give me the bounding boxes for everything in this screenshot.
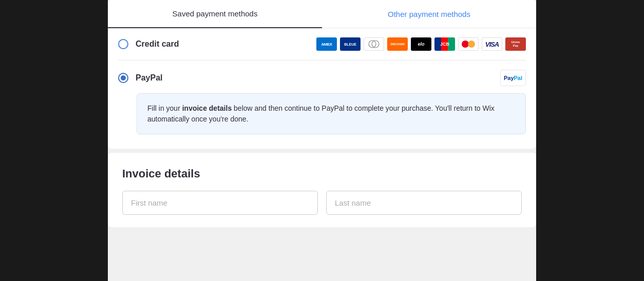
- tab-saved-label: Saved payment methods: [173, 9, 258, 18]
- card-icons-row: AMEX BLEUE DISCOVER elo: [316, 37, 526, 51]
- credit-card-label: Credit card: [136, 39, 316, 49]
- paypal-option[interactable]: PayPal PayPal Fill in your invoice detai…: [118, 61, 526, 149]
- jcb-icon: JCB: [434, 37, 455, 51]
- last-name-input[interactable]: [326, 191, 522, 215]
- elo-icon: elo: [411, 37, 431, 51]
- invoice-section: Invoice details: [108, 153, 536, 227]
- tab-other-payment[interactable]: Other payment methods: [322, 0, 536, 28]
- paypal-radio-inner: [121, 75, 126, 81]
- mastercard-icon: [458, 37, 479, 51]
- paypal-icon-text: PayPal: [504, 75, 522, 81]
- paypal-info-bold: invoice details: [182, 104, 232, 112]
- discover-icon: DISCOVER: [387, 37, 408, 51]
- payment-section: Saved payment methods Other payment meth…: [108, 0, 536, 149]
- tab-other-label: Other payment methods: [388, 10, 470, 18]
- bleue-icon: BLEUE: [340, 37, 361, 51]
- paypal-info-box: Fill in your invoice details below and t…: [137, 93, 526, 134]
- paypal-radio[interactable]: [118, 73, 128, 83]
- invoice-title: Invoice details: [122, 167, 522, 180]
- paypal-label: PayPal: [136, 73, 500, 83]
- credit-card-option[interactable]: Credit card AMEX BLEUE DISCOVER: [118, 28, 526, 61]
- visa-icon: VISA: [482, 37, 502, 51]
- svg-point-1: [372, 41, 379, 48]
- invoice-form-row: [122, 191, 522, 215]
- payment-options-list: Credit card AMEX BLEUE DISCOVER: [108, 28, 536, 149]
- paypal-icon-box: PayPal: [500, 70, 526, 86]
- tab-saved-payment[interactable]: Saved payment methods: [108, 0, 322, 28]
- right-black-panel: [536, 0, 644, 281]
- credit-card-radio[interactable]: [118, 39, 128, 49]
- page-wrapper: Saved payment methods Other payment meth…: [0, 0, 644, 281]
- diners-icon: [364, 37, 384, 51]
- unionpay-icon: UnionPay: [505, 37, 526, 51]
- first-name-input[interactable]: [122, 191, 318, 215]
- amex-icon: AMEX: [316, 37, 337, 51]
- paypal-info-prefix: Fill in your: [147, 104, 182, 112]
- svg-point-0: [369, 41, 376, 48]
- paypal-option-row: PayPal PayPal: [118, 70, 526, 93]
- main-content: Saved payment methods Other payment meth…: [108, 0, 536, 281]
- payment-tabs: Saved payment methods Other payment meth…: [108, 0, 536, 28]
- left-black-panel: [0, 0, 108, 281]
